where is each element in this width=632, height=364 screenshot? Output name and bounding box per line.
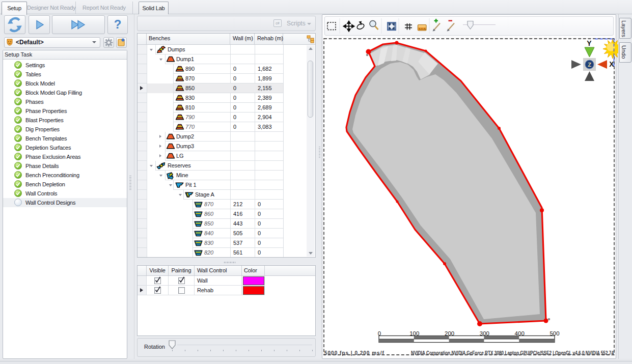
svg-text:Y: Y xyxy=(587,39,592,47)
svg-text:Z: Z xyxy=(588,62,591,68)
